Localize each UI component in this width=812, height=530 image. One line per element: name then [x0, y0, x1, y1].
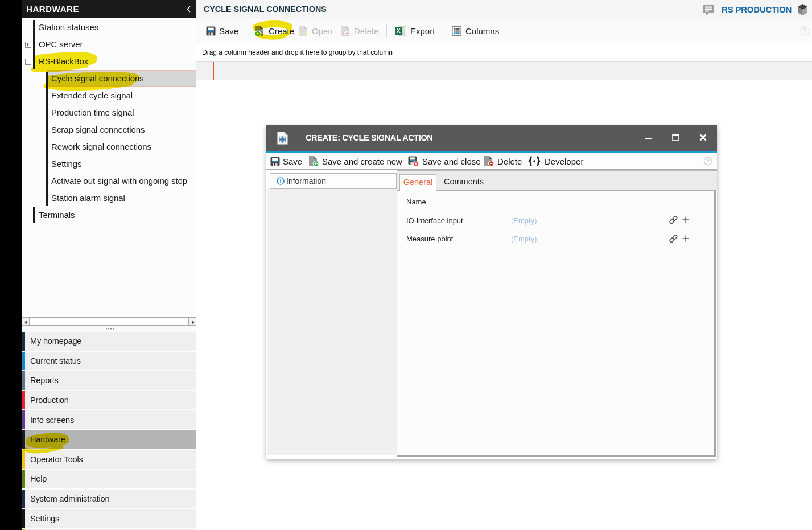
svg-text:?: ?: [803, 27, 807, 34]
svg-text:X: X: [397, 27, 401, 34]
